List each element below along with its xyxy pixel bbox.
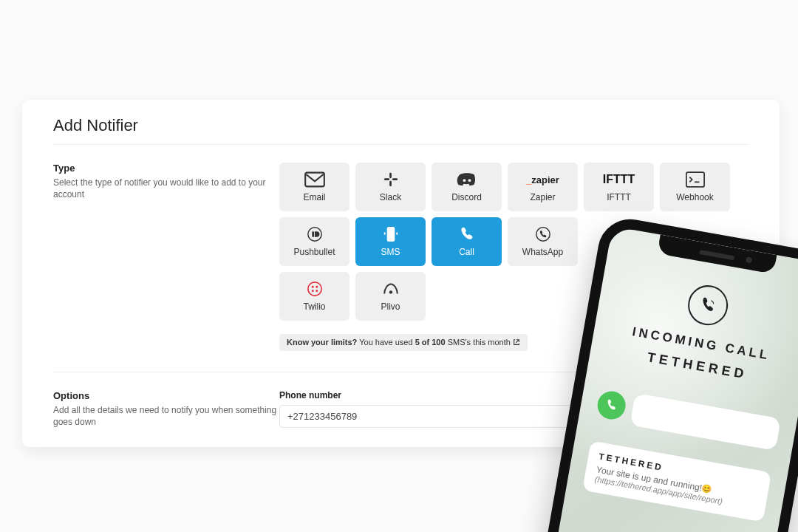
tile-label: Discord bbox=[451, 192, 482, 202]
twilio-icon bbox=[304, 281, 325, 297]
whatsapp-icon bbox=[533, 226, 553, 242]
slack-icon bbox=[381, 171, 401, 188]
tile-label: Webhook bbox=[676, 192, 713, 202]
tile-label: SMS bbox=[381, 247, 400, 257]
options-heading: Options bbox=[53, 390, 279, 401]
svg-point-6 bbox=[468, 179, 471, 182]
options-description: Add all the details we need to notify yo… bbox=[53, 404, 279, 428]
emoji-icon: 😊 bbox=[701, 484, 713, 494]
svg-rect-0 bbox=[305, 173, 324, 187]
tile-whatsapp[interactable]: WhatsApp bbox=[508, 217, 578, 266]
svg-rect-10 bbox=[387, 228, 394, 241]
pushbullet-icon bbox=[304, 226, 325, 242]
tile-sms[interactable]: SMS bbox=[355, 217, 426, 266]
svg-rect-2 bbox=[389, 181, 392, 186]
type-heading: Type bbox=[53, 163, 279, 174]
type-description: Select the type of notifier you would li… bbox=[53, 177, 279, 200]
plivo-icon bbox=[381, 281, 401, 297]
ifttt-icon: IFTTT bbox=[598, 171, 641, 188]
tile-call[interactable]: Call bbox=[432, 217, 502, 266]
tile-webhook[interactable]: Webhook bbox=[660, 163, 730, 211]
page-title: Add Notifier bbox=[53, 116, 748, 145]
svg-point-15 bbox=[311, 290, 313, 292]
tile-label: Call bbox=[459, 247, 474, 257]
call-icon bbox=[457, 226, 477, 242]
sms-icon bbox=[381, 226, 401, 242]
svg-point-16 bbox=[316, 290, 318, 292]
limits-prefix: Know your limits? bbox=[287, 338, 357, 347]
tile-pushbullet[interactable]: Pushbullet bbox=[279, 217, 349, 266]
zapier-icon: _zapier bbox=[521, 171, 565, 188]
tile-label: Slack bbox=[380, 192, 401, 202]
tile-label: WhatsApp bbox=[522, 247, 563, 257]
svg-rect-1 bbox=[389, 173, 392, 178]
svg-rect-9 bbox=[312, 231, 314, 236]
tile-label: Zapier bbox=[530, 192, 555, 202]
tile-label: Email bbox=[303, 192, 325, 202]
svg-point-17 bbox=[389, 290, 392, 293]
svg-rect-3 bbox=[383, 178, 389, 180]
notification-card: TETHERED Your site is up and running!😊 (… bbox=[582, 440, 771, 522]
limits-used: 5 of 100 bbox=[415, 338, 446, 347]
tile-zapier[interactable]: _zapier Zapier bbox=[508, 163, 578, 211]
tile-label: Twilio bbox=[303, 301, 325, 312]
call-ring-icon bbox=[685, 282, 732, 329]
svg-point-11 bbox=[536, 228, 549, 241]
tile-email[interactable]: Email bbox=[279, 163, 349, 211]
tile-label: Pushbullet bbox=[293, 247, 335, 257]
svg-rect-7 bbox=[686, 172, 703, 187]
tile-ifttt[interactable]: IFTTT IFTTT bbox=[584, 163, 654, 211]
discord-icon bbox=[457, 171, 477, 188]
svg-point-12 bbox=[307, 282, 321, 296]
email-icon bbox=[304, 171, 325, 188]
tile-twilio[interactable]: Twilio bbox=[279, 272, 349, 321]
limits-pill[interactable]: Know your limits? You have used 5 of 100… bbox=[279, 334, 528, 351]
tile-label: Plivo bbox=[381, 301, 400, 312]
external-link-icon bbox=[513, 338, 520, 347]
tile-slack[interactable]: Slack bbox=[355, 163, 426, 211]
webhook-icon bbox=[685, 171, 706, 188]
svg-point-13 bbox=[311, 286, 313, 288]
phone-answer-icon bbox=[596, 389, 628, 422]
svg-point-14 bbox=[316, 286, 318, 288]
svg-rect-4 bbox=[392, 178, 397, 180]
tile-plivo[interactable]: Plivo bbox=[355, 272, 426, 321]
phone-slider bbox=[630, 393, 781, 451]
tile-discord[interactable]: Discord bbox=[432, 163, 502, 211]
tile-label: IFTTT bbox=[607, 192, 631, 202]
svg-point-5 bbox=[463, 179, 466, 182]
